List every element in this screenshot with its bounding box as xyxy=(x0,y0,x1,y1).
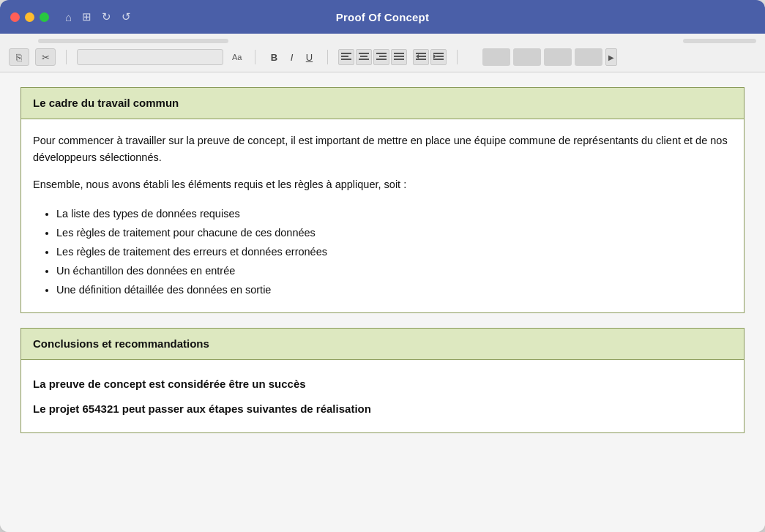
svg-rect-11 xyxy=(394,59,404,60)
share-icon[interactable]: ↻ xyxy=(102,10,111,23)
indent-increase-button[interactable] xyxy=(430,49,447,65)
indent-increase-icon xyxy=(433,53,444,61)
format-buttons: B I U xyxy=(266,49,317,65)
paste-icon: ⎘ xyxy=(16,52,22,63)
svg-marker-19 xyxy=(433,54,436,59)
color-swatches: ▶ xyxy=(482,48,617,66)
indent-decrease-icon xyxy=(416,53,426,61)
color-swatch-4[interactable] xyxy=(575,48,602,66)
app-window: ⌂ ⊞ ↻ ↺ Proof Of Concept ⎘ ✂ Aa xyxy=(0,0,765,532)
list-item: Une définition détaillée des données en … xyxy=(56,280,732,299)
section-conclusions-body: La preuve de concept est considérée être… xyxy=(21,360,744,432)
indent-decrease-button[interactable] xyxy=(413,49,429,65)
maximize-button[interactable] xyxy=(40,12,49,22)
align-center-button[interactable] xyxy=(356,49,372,65)
svg-rect-8 xyxy=(376,59,387,60)
align-right-button[interactable] xyxy=(373,49,389,65)
toolbar: ⎘ ✂ Aa B I U xyxy=(0,34,765,72)
paragraph-2: Ensemble, nous avons établi les éléments… xyxy=(33,176,732,193)
svg-rect-9 xyxy=(394,53,404,54)
svg-rect-3 xyxy=(359,53,369,54)
conclusion-2: Le projet 654321 peut passer aux étapes … xyxy=(33,400,732,419)
home-icon[interactable]: ⌂ xyxy=(65,11,72,23)
color-swatch-1[interactable] xyxy=(482,48,510,66)
color-more-button[interactable]: ▶ xyxy=(605,48,617,66)
svg-rect-14 xyxy=(416,59,426,60)
paste-button[interactable]: ⎘ xyxy=(9,48,29,66)
section-travail-title: Le cadre du travail commun xyxy=(33,97,179,109)
svg-rect-5 xyxy=(359,59,369,60)
toolbar-scrollbar-area xyxy=(9,38,756,44)
toolbar-main-row: ⎘ ✂ Aa B I U xyxy=(9,47,756,67)
section-conclusions-header: Conclusions et recommandations xyxy=(21,329,744,360)
color-swatch-3[interactable] xyxy=(544,48,572,66)
color-more-icon: ▶ xyxy=(608,53,614,61)
conclusion-1: La preuve de concept est considérée être… xyxy=(33,375,732,394)
align-left-icon xyxy=(341,53,351,61)
section-travail-header: Le cadre du travail commun xyxy=(21,88,744,119)
divider-1 xyxy=(66,50,67,64)
divider-3 xyxy=(327,50,328,64)
section-conclusions-title: Conclusions et recommandations xyxy=(33,337,209,350)
indent-group xyxy=(413,49,447,65)
window-title: Proof Of Concept xyxy=(336,11,429,23)
titlebar: ⌂ ⊞ ↻ ↺ Proof Of Concept xyxy=(0,0,765,34)
align-left-button[interactable] xyxy=(338,49,354,65)
bullet-list: La liste des types de données requises L… xyxy=(33,204,732,299)
toolbar-scrollbar-right[interactable] xyxy=(683,39,756,43)
toolbar-scrollbar[interactable] xyxy=(38,39,228,43)
svg-rect-2 xyxy=(341,59,351,60)
list-item: Les règles de traitement pour chacune de… xyxy=(56,223,732,242)
svg-rect-6 xyxy=(376,53,387,54)
list-item: Un échantillon des données en entrée xyxy=(56,261,732,280)
svg-rect-12 xyxy=(416,53,426,54)
italic-button[interactable]: I xyxy=(283,49,299,65)
svg-rect-16 xyxy=(433,53,444,54)
section-travail-body: Pour commencer à travailler sur la preuv… xyxy=(21,119,744,312)
color-swatch-2[interactable] xyxy=(513,48,541,66)
svg-rect-17 xyxy=(436,56,444,57)
svg-rect-4 xyxy=(360,56,367,57)
font-selector[interactable] xyxy=(77,49,223,65)
align-justify-icon xyxy=(394,53,404,61)
svg-rect-10 xyxy=(394,56,404,57)
bookmark-icon[interactable]: ⊞ xyxy=(82,10,92,23)
cut-icon: ✂ xyxy=(42,52,50,63)
underline-button[interactable]: U xyxy=(301,49,317,65)
svg-rect-1 xyxy=(341,56,348,57)
close-button[interactable] xyxy=(10,12,20,22)
align-right-icon xyxy=(376,53,387,61)
list-item: Les règles de traitement des erreurs et … xyxy=(56,242,732,261)
refresh-icon[interactable]: ↺ xyxy=(122,10,131,23)
bold-button[interactable]: B xyxy=(266,49,282,65)
align-center-icon xyxy=(359,53,369,61)
document-content[interactable]: Le cadre du travail commun Pour commence… xyxy=(0,72,765,532)
paragraph-1: Pour commencer à travailler sur la preuv… xyxy=(33,132,732,166)
section-travail-commun: Le cadre du travail commun Pour commence… xyxy=(20,87,745,313)
svg-rect-7 xyxy=(379,56,387,57)
cut-button[interactable]: ✂ xyxy=(35,48,56,66)
svg-rect-0 xyxy=(341,53,351,54)
nav-icons: ⌂ ⊞ ↻ ↺ xyxy=(65,10,131,23)
minimize-button[interactable] xyxy=(25,12,34,22)
svg-rect-13 xyxy=(419,56,426,57)
traffic-lights xyxy=(10,12,49,22)
svg-marker-15 xyxy=(416,54,419,59)
align-group xyxy=(338,49,407,65)
font-size-label: Aa xyxy=(232,53,242,61)
section-conclusions: Conclusions et recommandations La preuve… xyxy=(20,328,745,433)
list-item: La liste des types de données requises xyxy=(56,204,732,223)
divider-4 xyxy=(457,50,458,64)
divider-2 xyxy=(255,50,255,64)
align-justify-button[interactable] xyxy=(391,49,407,65)
svg-rect-18 xyxy=(433,59,444,60)
